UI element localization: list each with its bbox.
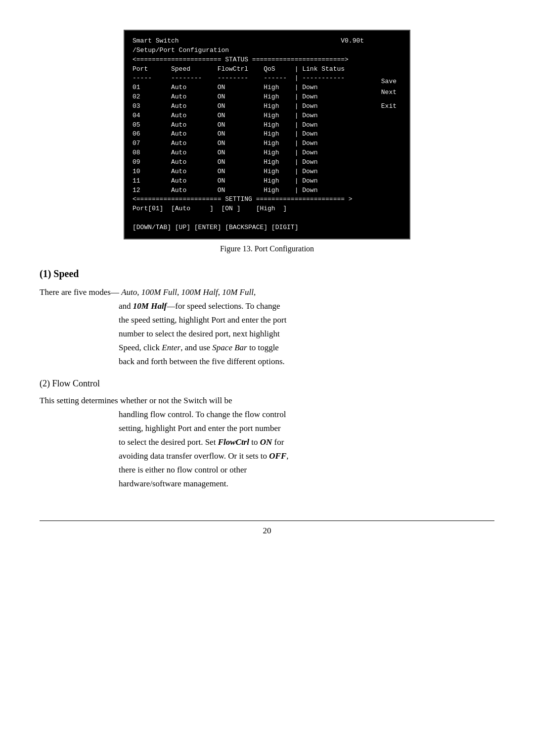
next-label[interactable]: Next <box>381 87 397 98</box>
page-footer: 20 <box>40 520 494 536</box>
speed-indented: and 10M Half—for speed selections. To ch… <box>119 299 494 369</box>
terminal-box: Smart Switch V0.90t /Setup/Port Configur… <box>124 30 410 239</box>
off-bold: OFF <box>269 451 286 461</box>
auto-mode: Auto <box>121 287 137 297</box>
flowctrl-bold: FlowCtrl <box>218 437 249 447</box>
100mfull-mode: 100M Full <box>141 287 177 297</box>
speed-heading: (1) Speed <box>40 268 494 280</box>
speed-intro: There are five modes— Auto, 100M Full, 1… <box>40 287 256 297</box>
10mfull-mode: 10M Full <box>222 287 254 297</box>
flowcontrol-indented: handling flow control. To change the flo… <box>119 408 494 491</box>
figure-container: Smart Switch V0.90t /Setup/Port Configur… <box>40 30 494 253</box>
flowcontrol-paragraph: This setting determines whether or not t… <box>40 394 494 491</box>
speed-paragraph: There are five modes— Auto, 100M Full, 1… <box>40 285 494 369</box>
on-bold: ON <box>260 437 272 447</box>
10mhalf-mode: 10M Half <box>133 301 167 311</box>
100mhalf-mode: 100M Half <box>181 287 218 297</box>
page-number: 20 <box>263 526 271 535</box>
spacebar-word: Space Bar <box>212 343 247 352</box>
figure-caption: Figure 13. Port Configuration <box>220 244 314 253</box>
flowcontrol-heading: (2) Flow Control <box>40 378 494 389</box>
flowcontrol-intro: This setting determines whether or not t… <box>40 396 232 405</box>
save-label[interactable]: Save <box>381 76 397 87</box>
actions-panel: Save Next Exit <box>381 76 397 112</box>
exit-label[interactable]: Exit <box>381 101 397 112</box>
enter-word: Enter <box>162 343 180 352</box>
terminal-content: Smart Switch V0.90t /Setup/Port Configur… <box>133 37 401 233</box>
